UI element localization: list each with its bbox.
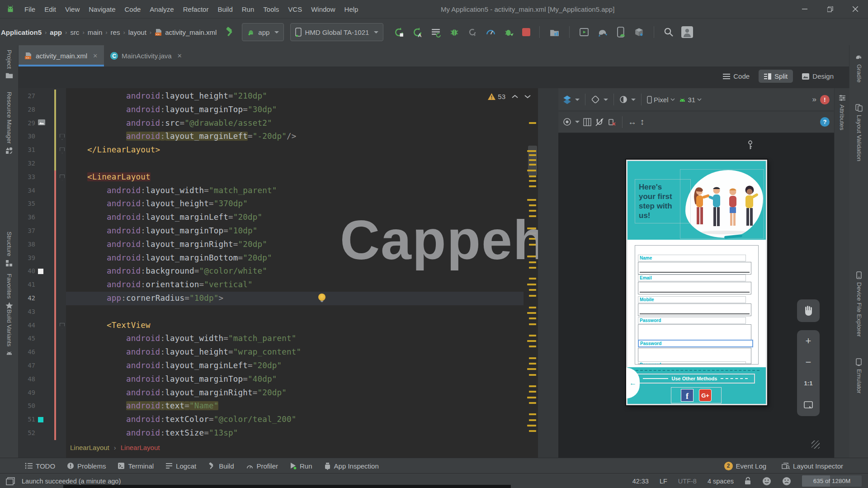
warning-mark[interactable]	[529, 261, 536, 263]
code-line-49[interactable]: 49 android:layout_marginRight="20dp"	[18, 386, 538, 400]
code-line-39[interactable]: 39 android:layout_marginBottom="20dp"	[18, 251, 538, 265]
line-number[interactable]: 39	[18, 251, 35, 265]
clear-constraints-button[interactable]	[608, 118, 617, 127]
warning-mark[interactable]	[529, 374, 536, 376]
warning-mark[interactable]	[527, 397, 536, 398]
phone-preview[interactable]: Here's your first step with us! NameEmai…	[626, 160, 767, 405]
warning-mark[interactable]	[529, 385, 536, 387]
field-label[interactable]: Password	[638, 317, 746, 324]
menu-edit[interactable]: Edit	[40, 5, 61, 13]
stripe-structure[interactable]: Structure	[0, 232, 18, 267]
line-number[interactable]: 43	[18, 305, 35, 319]
line-number[interactable]: 48	[18, 373, 35, 386]
field-label[interactable]: Mobile	[638, 296, 746, 303]
code-line-43[interactable]: 43	[18, 305, 538, 319]
mode-code-button[interactable]: Code	[717, 70, 755, 83]
line-number[interactable]: 49	[18, 386, 35, 400]
profile-avatar-icon[interactable]	[681, 26, 693, 38]
canvas-resize-handle[interactable]	[811, 441, 820, 449]
warning-mark[interactable]	[527, 312, 536, 314]
profile-app-icon[interactable]	[485, 27, 496, 38]
line-number[interactable]: 36	[18, 211, 35, 224]
field-input[interactable]	[638, 262, 751, 275]
close-button[interactable]	[843, 0, 868, 18]
tab-close-icon[interactable]: ✕	[93, 52, 98, 59]
warning-mark[interactable]	[529, 402, 536, 404]
stripe-favorites[interactable]: Favorites	[0, 274, 18, 309]
warning-mark[interactable]	[529, 185, 536, 187]
toolwindow-terminal[interactable]: Terminal	[118, 462, 154, 470]
facebook-button[interactable]: f	[681, 389, 693, 402]
breadcrumb-item[interactable]: main	[88, 28, 103, 36]
breadcrumb-file[interactable]: <>activity_main.xml	[155, 28, 217, 36]
use-other-methods-button[interactable]: Use Other Methods	[636, 374, 755, 384]
fold-marker-icon[interactable]	[60, 134, 65, 140]
warning-mark[interactable]	[527, 284, 536, 285]
menu-analyze[interactable]: Analyze	[145, 5, 178, 13]
file-encoding[interactable]: UTF-8	[678, 478, 697, 485]
code-line-36[interactable]: 36 android:layout_marginLeft="20dp"	[18, 211, 538, 224]
line-number[interactable]: 46	[18, 346, 35, 359]
profiler-sessions-icon[interactable]	[549, 27, 560, 38]
warning-mark[interactable]	[529, 267, 536, 269]
field-input[interactable]	[638, 303, 751, 316]
pan-button[interactable]	[797, 299, 820, 322]
sdk-manager-icon[interactable]	[633, 27, 645, 38]
code-line-38[interactable]: 38 android:layout_marginRight="20dp"	[18, 238, 538, 251]
toolwindow-event-log[interactable]: 2Event Log	[724, 462, 767, 470]
field-label[interactable]: Email	[638, 275, 746, 281]
code-line-28[interactable]: 28 android:layout_marginTop="30dp"	[18, 103, 538, 117]
stripe-layout-validation[interactable]: Layout Validation	[849, 104, 868, 161]
line-ending[interactable]: LF	[660, 478, 667, 485]
menu-run[interactable]: Run	[237, 5, 259, 13]
happy-face-icon[interactable]	[762, 477, 771, 486]
render-errors-badge[interactable]: !	[820, 95, 830, 104]
caret-position[interactable]: 42:33	[632, 478, 649, 485]
code-line-33[interactable]: 33 <LinearLayout	[18, 171, 538, 184]
breadcrumb-linearlayout-outer[interactable]: LinearLayout	[70, 444, 109, 451]
toolwindow-profiler[interactable]: Profiler	[246, 462, 278, 470]
line-number[interactable]: 51	[18, 413, 35, 426]
toolwindow-layout-inspector[interactable]: Layout Inspector	[782, 462, 843, 470]
error-stripe[interactable]	[523, 88, 538, 458]
run-toolwindow-icon[interactable]	[579, 27, 590, 38]
warning-mark[interactable]	[529, 154, 536, 156]
tab-activity_main-xml[interactable]: <>activity_main.xml✕	[18, 45, 104, 66]
stripe-gradle[interactable]: Gradle	[849, 53, 868, 83]
color-swatch-teal[interactable]	[38, 417, 43, 422]
guidelines-button[interactable]	[583, 118, 591, 126]
warning-mark[interactable]	[529, 317, 536, 319]
breadcrumb-item[interactable]: src	[70, 28, 79, 36]
line-number[interactable]: 33	[18, 171, 35, 184]
warning-mark[interactable]	[529, 419, 536, 421]
warning-mark[interactable]	[529, 238, 536, 240]
default-margins-horizontal[interactable]: ↔	[628, 117, 637, 127]
stripe-emulator[interactable]: Emulator	[849, 358, 868, 393]
mode-split-button[interactable]: Split	[759, 70, 793, 83]
warning-mark[interactable]	[529, 210, 536, 212]
warning-mark[interactable]	[529, 204, 536, 206]
code-line-34[interactable]: 34 android:layout_width="match_parent"	[18, 184, 538, 198]
form-field-password-3[interactable]: Password	[638, 317, 752, 341]
line-number[interactable]: 29	[18, 117, 35, 130]
line-number[interactable]: 50	[18, 399, 35, 413]
menu-file[interactable]: File	[20, 5, 40, 13]
warning-mark[interactable]	[529, 244, 536, 246]
zoom-out-button[interactable]: −	[797, 351, 820, 373]
editor-breadcrumb[interactable]: LinearLayout › LinearLayout	[70, 444, 160, 451]
warning-mark[interactable]	[527, 368, 536, 370]
search-everywhere-icon[interactable]	[663, 27, 674, 38]
code-line-27[interactable]: 27 android:layout_height="210dp"	[18, 90, 538, 103]
warning-mark[interactable]	[529, 430, 536, 432]
google-button[interactable]: G+	[699, 389, 712, 402]
line-number[interactable]: 35	[18, 197, 35, 211]
code-line-48[interactable]: 48 android:layout_marginTop="40dp"	[18, 373, 538, 386]
device-select[interactable]: HMD Global TA-1021	[290, 23, 383, 41]
form-field-mobile-2[interactable]: Mobile	[638, 296, 752, 316]
stripe-build-variants[interactable]: Build Variants	[0, 309, 18, 355]
tab-close-icon[interactable]: ✕	[177, 52, 182, 59]
gradle-sync-icon[interactable]	[597, 27, 609, 38]
attach-debugger-icon[interactable]	[467, 27, 478, 38]
toolwindow-run[interactable]: Run	[290, 462, 312, 470]
stripe-attributes[interactable]: Attributes	[835, 95, 849, 130]
